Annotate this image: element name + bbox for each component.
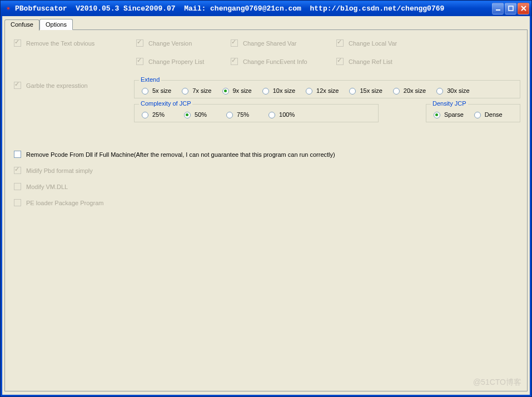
title-bar: ✶ PBobfuscator V2010.05.3 Since2009.07 M… <box>1 1 531 16</box>
radio-icon[interactable] <box>184 112 191 118</box>
checkbox-icon <box>136 39 143 47</box>
group-extend: Extend 5x size7x size9x size10x size12x … <box>134 80 520 98</box>
label: Remove the Text obvious <box>26 40 95 47</box>
watermark: @51CTO博客 <box>473 378 521 388</box>
label: Change Propery List <box>148 58 204 65</box>
radio-extend-12x-size[interactable]: 12x size <box>303 86 339 95</box>
radio-label: 15x size <box>360 87 382 94</box>
check-change-local-var: Change Local Var <box>334 38 434 48</box>
radio-label: Sparse <box>444 111 464 118</box>
checkbox-icon <box>14 82 21 89</box>
label: Midify Pbd format simply <box>26 167 93 174</box>
group-density: Density JCP SparseDense <box>426 104 520 122</box>
radio-label: 30x size <box>447 87 469 94</box>
radio-icon[interactable] <box>434 112 440 118</box>
radio-extend-9x-size[interactable]: 9x size <box>220 86 252 95</box>
label: Change Local Var <box>349 40 397 47</box>
check-pe-loader: PE loader Package Program <box>12 197 520 208</box>
label: Change Ref List <box>349 58 392 65</box>
radio-complexity-100%[interactable]: 100% <box>266 110 295 118</box>
label: Change FuncEvent Info <box>243 58 307 65</box>
app-icon: ✶ <box>4 4 13 13</box>
svg-rect-1 <box>509 6 513 11</box>
radio-complexity-25%[interactable]: 25% <box>139 110 165 118</box>
check-change-ref-list: Change Ref List <box>334 56 434 67</box>
checkbox-icon <box>136 58 143 65</box>
maximize-button[interactable] <box>505 3 516 14</box>
radio-complexity-75%[interactable]: 75% <box>223 110 249 118</box>
radio-extend-15x-size[interactable]: 15x size <box>346 86 382 95</box>
label: PE loader Package Program <box>26 200 103 206</box>
checkbox-icon <box>231 39 238 47</box>
radio-icon[interactable] <box>436 88 443 95</box>
label: Modify VM.DLL <box>26 183 68 190</box>
checkbox-icon <box>14 39 21 47</box>
tab-strip: Confuse Options <box>2 16 530 29</box>
radio-complexity-50%[interactable]: 50% <box>181 110 207 118</box>
radio-icon[interactable] <box>306 88 312 95</box>
check-midify-pbd: Midify Pbd format simply <box>12 165 520 176</box>
check-change-version: Change Version <box>134 38 228 48</box>
window-title: PBobfuscator V2010.05.3 Since2009.07 Mai… <box>15 4 492 13</box>
check-change-funcevent: Change FuncEvent Info <box>228 56 334 67</box>
radio-icon[interactable] <box>262 88 269 95</box>
group-complexity: Complexity of JCP 25%50%75%100% <box>134 104 379 122</box>
group-title: Complexity of JCP <box>139 100 192 107</box>
radio-icon[interactable] <box>393 88 400 95</box>
radio-label: 12x size <box>316 87 339 94</box>
checkbox-icon <box>336 58 344 65</box>
close-button[interactable] <box>518 3 529 14</box>
label: Remove Pcode From Dll if Full Machine(Af… <box>26 151 335 158</box>
tab-options[interactable]: Options <box>39 19 73 30</box>
radio-label: 25% <box>152 111 165 118</box>
check-garble-expression: Garble the expresstion <box>12 80 134 91</box>
radio-label: 50% <box>195 111 207 118</box>
radio-icon[interactable] <box>349 88 356 95</box>
minimize-button[interactable] <box>492 3 504 14</box>
radio-label: 7x size <box>192 87 211 94</box>
checkbox-icon <box>336 39 344 47</box>
radio-label: 10x size <box>273 87 295 94</box>
radio-label: 20x size <box>404 87 426 94</box>
radio-icon[interactable] <box>142 112 148 118</box>
label: Change Shared Var <box>243 40 296 47</box>
group-title: Density JCP <box>431 100 468 107</box>
radio-icon[interactable] <box>474 112 481 118</box>
options-panel: Remove the Text obvious Change Version C… <box>4 29 528 391</box>
radio-density-Dense[interactable]: Dense <box>471 110 503 118</box>
radio-density-Sparse[interactable]: Sparse <box>431 110 464 118</box>
radio-icon[interactable] <box>226 112 233 118</box>
label: Change Version <box>148 40 192 47</box>
checkbox-icon <box>14 183 21 190</box>
radio-extend-30x-size[interactable]: 30x size <box>434 86 469 95</box>
checkbox-icon[interactable] <box>14 151 21 158</box>
radio-extend-5x-size[interactable]: 5x size <box>139 86 171 95</box>
radio-label: 100% <box>279 111 295 118</box>
radio-extend-10x-size[interactable]: 10x size <box>260 86 295 95</box>
radio-label: Dense <box>485 111 503 118</box>
radio-label: 9x size <box>233 87 252 94</box>
radio-label: 5x size <box>152 87 171 94</box>
check-remove-pcode[interactable]: Remove Pcode From Dll if Full Machine(Af… <box>12 149 520 160</box>
radio-icon[interactable] <box>182 88 188 95</box>
checkbox-icon <box>231 58 238 65</box>
svg-rect-0 <box>496 9 500 11</box>
check-modify-vmdll: Modify VM.DLL <box>12 181 520 192</box>
radio-extend-7x-size[interactable]: 7x size <box>179 86 211 95</box>
group-title: Extend <box>139 76 161 83</box>
check-remove-text: Remove the Text obvious <box>12 38 134 48</box>
check-change-propery-list: Change Propery List <box>134 56 228 67</box>
label: Garble the expresstion <box>26 82 88 89</box>
tab-confuse[interactable]: Confuse <box>4 19 39 31</box>
check-change-shared-var: Change Shared Var <box>228 38 334 48</box>
radio-icon[interactable] <box>142 88 148 95</box>
checkbox-icon <box>14 167 21 174</box>
radio-icon[interactable] <box>269 112 275 118</box>
checkbox-icon <box>14 199 21 206</box>
radio-icon[interactable] <box>222 88 229 95</box>
radio-extend-20x-size[interactable]: 20x size <box>390 86 426 95</box>
radio-label: 75% <box>237 111 249 118</box>
